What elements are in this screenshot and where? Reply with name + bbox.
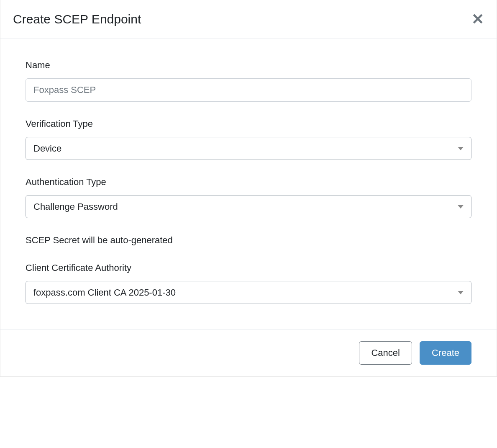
client-ca-select[interactable]: foxpass.com Client CA 2025-01-30 [26,281,471,304]
modal-header: Create SCEP Endpoint ✕ [0,0,497,39]
form-group-verification-type: Verification Type Device [26,118,471,160]
verification-type-label: Verification Type [26,118,471,129]
form-group-authentication-type: Authentication Type Challenge Password [26,177,471,218]
close-button[interactable]: ✕ [471,12,484,27]
name-input[interactable] [26,78,471,102]
name-label: Name [26,60,471,71]
modal-footer: Cancel Create [0,329,497,376]
modal-body: Name Verification Type Device Authentica… [0,39,497,329]
create-scep-endpoint-modal: Create SCEP Endpoint ✕ Name Verification… [0,0,497,377]
form-group-client-ca: Client Certificate Authority foxpass.com… [26,263,471,304]
close-icon: ✕ [471,10,484,28]
verification-type-select[interactable]: Device [26,137,471,160]
scep-secret-info: SCEP Secret will be auto-generated [26,235,471,246]
create-button[interactable]: Create [420,341,471,365]
authentication-type-label: Authentication Type [26,177,471,188]
authentication-type-select[interactable]: Challenge Password [26,195,471,218]
client-ca-label: Client Certificate Authority [26,263,471,273]
modal-title: Create SCEP Endpoint [13,12,141,26]
form-group-name: Name [26,60,471,102]
cancel-button[interactable]: Cancel [359,341,412,365]
